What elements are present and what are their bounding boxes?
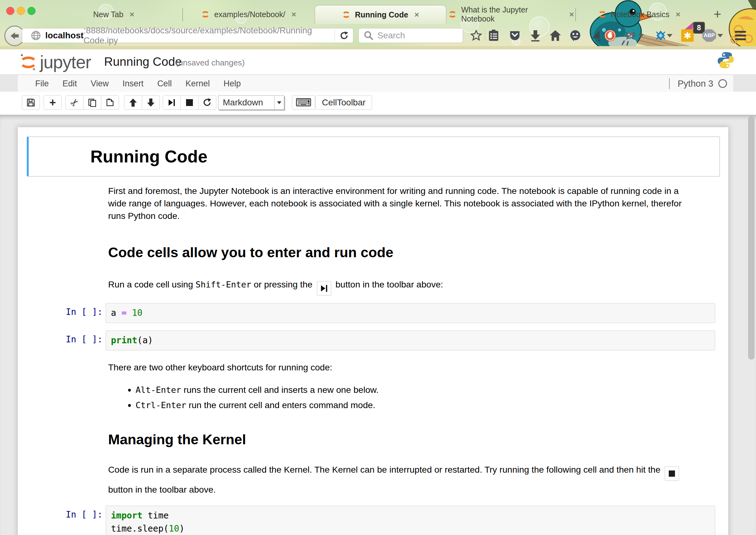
menu-hamburger-icon[interactable] — [734, 29, 747, 42]
asterisk-glyph: ✱ — [681, 29, 694, 42]
send-tab-icon[interactable] — [590, 29, 602, 42]
kernel-idle-icon — [718, 79, 727, 88]
notebook-title[interactable]: Running Code — [104, 55, 182, 69]
tab-new-tab[interactable]: New Tab × — [47, 5, 181, 24]
move-cell-down-button[interactable] — [142, 96, 160, 110]
inline-stop-button-image — [665, 466, 679, 481]
cut-cell-button[interactable]: ✂ — [66, 96, 84, 110]
code-input-area[interactable]: import timetime.sleep(10) — [106, 506, 715, 535]
menu-file[interactable]: File — [18, 79, 56, 89]
dropdown-caret-icon[interactable] — [637, 29, 645, 42]
code-input-area[interactable]: print(a) — [106, 330, 715, 351]
menu-kernel[interactable]: Kernel — [178, 79, 217, 89]
copy-icon — [88, 98, 96, 107]
menu-cell[interactable]: Cell — [150, 79, 179, 89]
menu-view[interactable]: View — [84, 79, 116, 89]
save-button[interactable] — [22, 96, 40, 110]
search-box[interactable] — [358, 28, 463, 43]
tab-close-icon[interactable]: × — [415, 10, 419, 20]
home-icon[interactable] — [549, 29, 561, 42]
cell-type-value: Markdown — [218, 98, 274, 108]
browser-chrome: New Tab × examples/Notebook/ × Running C… — [0, 0, 756, 46]
menu-edit[interactable]: Edit — [56, 79, 84, 89]
bookmark-star-icon[interactable] — [470, 29, 482, 42]
run-icon — [169, 99, 175, 106]
tab-label: Notebook Basics — [611, 10, 670, 19]
run-cell-instruction: Run a code cell using Shift-Enter or pre… — [108, 277, 685, 296]
tab-examples-notebook[interactable]: examples/Notebook/ × — [184, 5, 313, 24]
tab-close-icon[interactable]: × — [676, 10, 680, 19]
markdown-cell-selected[interactable]: Running Code — [27, 137, 720, 177]
autosave-status: (unsaved changes) — [176, 58, 245, 68]
notebook-h1: Running Code — [90, 146, 716, 167]
tab-label: examples/Notebook/ — [214, 10, 285, 19]
duckduckgo-icon[interactable] — [604, 29, 616, 42]
kernel-paragraph: Code is run in a separate process called… — [108, 461, 698, 498]
tab-close-icon[interactable]: × — [291, 10, 296, 19]
jupyter-logo[interactable]: jupyter — [19, 52, 91, 72]
interrupt-kernel-button[interactable] — [180, 96, 199, 110]
jupyter-logo-text: jupyter — [40, 52, 91, 72]
tab-close-icon[interactable]: × — [569, 10, 574, 19]
jupyter-logo-icon — [19, 52, 37, 72]
input-prompt: In [ ]: — [18, 506, 102, 535]
addon-gem-icon[interactable] — [654, 29, 667, 42]
code-cell[interactable]: In [ ]: print(a) — [18, 330, 715, 351]
select-arrow — [274, 96, 284, 109]
window-close-button[interactable] — [6, 7, 14, 15]
url-bar[interactable]: localhost:8888/notebooks/docs/source/exa… — [22, 28, 353, 43]
arrow-up-icon — [129, 98, 137, 107]
addon-bug-icon[interactable] — [624, 29, 636, 42]
globe-icon — [31, 30, 41, 41]
pocket-icon[interactable] — [509, 29, 521, 42]
cell-type-select[interactable]: Markdown — [218, 96, 284, 110]
window-zoom-button[interactable] — [27, 7, 36, 15]
menu-insert[interactable]: Insert — [116, 79, 150, 89]
kernel-separator — [669, 78, 670, 89]
dropdown-caret-icon[interactable] — [666, 29, 674, 42]
paste-icon — [106, 98, 114, 107]
copy-cell-button[interactable] — [83, 96, 101, 110]
bookmarks-menu-icon[interactable] — [487, 29, 500, 42]
stop-icon — [669, 470, 675, 477]
abp-label: ABP — [702, 29, 716, 42]
paste-cell-button[interactable] — [101, 96, 119, 110]
celltoolbar-button[interactable]: CellToolbar — [315, 96, 372, 110]
new-tab-button[interactable]: + — [714, 9, 721, 20]
tab-label: What is the Jupyter Notebook — [461, 5, 563, 23]
downloads-icon[interactable] — [529, 29, 542, 42]
insert-cell-below-button[interactable]: + — [43, 96, 62, 110]
tab-what-is-jupyter[interactable]: What is the Jupyter Notebook × — [448, 5, 574, 24]
dropdown-caret-icon[interactable] — [716, 29, 724, 42]
menu-help[interactable]: Help — [217, 79, 248, 89]
code-cell[interactable]: In [ ]: a = 10 — [18, 303, 715, 323]
restart-kernel-button[interactable] — [198, 96, 216, 110]
shortcut-ctrl-enter: Ctrl-Enter run the current cell and ente… — [136, 398, 728, 412]
notebook-scroll-area[interactable]: Running Code First and foremost, the Jup… — [0, 115, 756, 535]
code-input-area[interactable]: a = 10 — [106, 303, 715, 323]
url-host: localhost — [45, 31, 84, 41]
search-input[interactable] — [377, 30, 453, 41]
adblock-plus-icon[interactable]: ABP — [702, 29, 717, 42]
notebook-menubar: File Edit View Insert Cell Kernel Help P… — [17, 75, 734, 92]
urlbar-separator — [335, 30, 335, 41]
feedback-smiley-icon[interactable] — [569, 29, 581, 42]
command-palette-button[interactable]: ⌨ — [292, 96, 315, 110]
tab-running-code-active[interactable]: Running Code × — [315, 5, 446, 24]
window-minimize-button[interactable] — [17, 7, 25, 15]
scrollbar-thumb[interactable] — [748, 116, 754, 359]
screenshot-root: { "browser": { "tabs": { "t1": {"label":… — [0, 0, 756, 535]
code-cell[interactable]: In [ ]: import timetime.sleep(10) — [18, 506, 715, 535]
tab-divider — [575, 8, 576, 21]
jupyter-favicon — [598, 10, 607, 19]
tab-close-icon[interactable]: × — [130, 10, 134, 19]
url-path: :8888/notebooks/docs/source/examples/Not… — [84, 26, 335, 45]
addon-asterisk-icon[interactable]: ✱ — [681, 29, 694, 42]
reload-icon[interactable] — [339, 31, 349, 41]
toolbar-divider — [485, 31, 485, 41]
run-cell-button[interactable] — [163, 96, 181, 110]
tab-notebook-basics[interactable]: Notebook Basics × — [578, 5, 701, 24]
restart-icon — [203, 98, 212, 107]
move-cell-up-button[interactable] — [124, 96, 142, 110]
jupyter-header: jupyter Running Code (unsaved changes) — [0, 49, 756, 74]
